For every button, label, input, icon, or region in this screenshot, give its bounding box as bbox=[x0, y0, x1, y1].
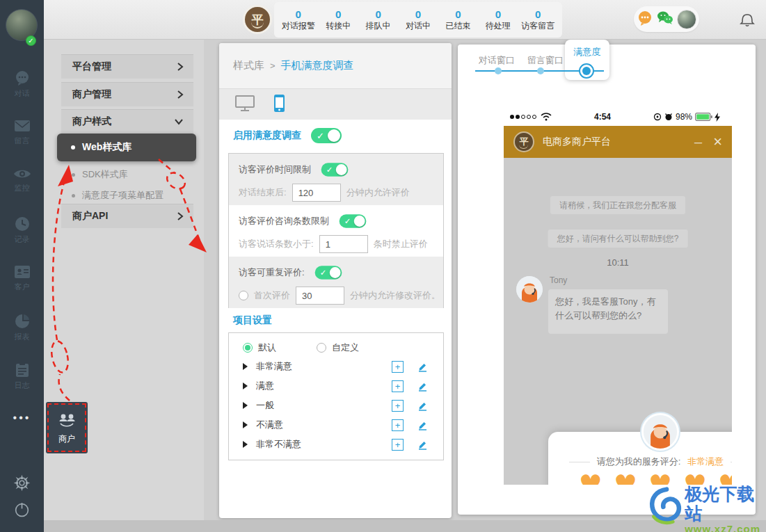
rating-hearts: ♥♥♥♥♥ bbox=[548, 464, 732, 485]
menu-merchant-management[interactable]: 商户管理 bbox=[61, 82, 193, 106]
agent-chat-avatar bbox=[516, 276, 543, 303]
menu-satisfaction-submenu-config[interactable]: 满意度子项菜单配置 bbox=[72, 188, 197, 203]
user-avatar[interactable] bbox=[677, 10, 696, 29]
edit-pencil-icon[interactable] bbox=[417, 401, 428, 411]
menu-sdk-style-library[interactable]: SDK样式库 bbox=[72, 167, 197, 182]
sidebar-item-messages[interactable]: 留言 bbox=[0, 118, 44, 154]
heart-icon[interactable]: ♥ bbox=[614, 469, 648, 485]
edit-pencil-icon[interactable] bbox=[417, 381, 428, 392]
wifi-icon bbox=[541, 113, 552, 121]
custom-radio[interactable] bbox=[317, 343, 326, 353]
sidebar-item-merchant[interactable]: 商户 bbox=[46, 402, 88, 453]
chevron-right-icon bbox=[177, 90, 184, 99]
menu-web-style-library-selected[interactable]: Web样式库 bbox=[57, 134, 196, 161]
menu-merchant-style[interactable]: 商户样式 bbox=[61, 109, 193, 134]
edit-pencil-icon[interactable] bbox=[417, 362, 428, 372]
project-row-neutral: 一般 + bbox=[229, 396, 443, 415]
expand-triangle-icon[interactable] bbox=[243, 382, 248, 389]
heart-icon[interactable]: ♥ bbox=[648, 469, 683, 485]
heart-icon[interactable]: ♥ bbox=[683, 469, 718, 485]
chevron-right-icon bbox=[177, 211, 184, 221]
sidebar-item-chat[interactable]: 对话 bbox=[0, 70, 44, 106]
tab-dialog-window[interactable]: 对话窗口 bbox=[479, 54, 515, 67]
add-subitem-button[interactable]: + bbox=[392, 361, 404, 373]
add-subitem-button[interactable]: + bbox=[392, 400, 404, 412]
phone-chat-title: 电商多商户平台 bbox=[543, 136, 694, 148]
online-status-badge: ✓ bbox=[26, 35, 36, 46]
time-limit-toggle[interactable]: ✓ bbox=[321, 163, 349, 176]
stat-in-dialog[interactable]: 0 对话中 bbox=[401, 8, 436, 31]
message-count-toggle[interactable]: ✓ bbox=[340, 214, 367, 227]
sidebar-item-reports[interactable]: 报表 bbox=[0, 313, 44, 349]
stat-queueing[interactable]: 0 排队中 bbox=[361, 8, 396, 31]
add-subitem-button[interactable]: + bbox=[392, 439, 404, 451]
menu-platform-management[interactable]: 平台管理 bbox=[61, 54, 193, 79]
repeat-rating-toggle[interactable]: ✓ bbox=[314, 266, 342, 279]
charging-bolt-icon bbox=[715, 113, 720, 122]
project-row-very-unsatisfied: 非常不满意 + bbox=[229, 435, 443, 454]
sidebar-item-monitor[interactable]: 监控 bbox=[0, 167, 44, 203]
heart-icon[interactable]: ♥ bbox=[718, 469, 732, 485]
mobile-device-icon[interactable] bbox=[273, 94, 285, 115]
close-icon[interactable]: × bbox=[713, 134, 722, 150]
sidebar-more-button[interactable]: ••• bbox=[0, 412, 44, 424]
time-limit-section: 访客评价时间限制 ✓ 对话结束后: 分钟内允许评价 bbox=[229, 154, 443, 205]
stepper-dot-message[interactable] bbox=[537, 67, 544, 74]
notification-bell-icon[interactable] bbox=[740, 11, 755, 31]
preview-panel: 对话窗口 留言窗口 满意度 4:54 98% 平 电商多商户平台 bbox=[458, 45, 756, 515]
breadcrumb-current: 手机满意度调查 bbox=[281, 59, 354, 72]
chat-timestamp: 10:11 bbox=[504, 257, 732, 268]
stepper-dot-dialog[interactable] bbox=[495, 67, 502, 74]
platform-logo: 平 bbox=[243, 5, 272, 34]
enable-satisfaction-toggle[interactable]: ✓ bbox=[311, 128, 342, 143]
tab-message-window[interactable]: 留言窗口 bbox=[527, 54, 564, 67]
desktop-device-icon[interactable] bbox=[234, 94, 255, 115]
logout-power-icon[interactable] bbox=[13, 501, 31, 521]
breadcrumb-style-library[interactable]: 样式库 bbox=[233, 59, 264, 72]
stat-dialog-alarm[interactable]: 0 对话报警 bbox=[281, 8, 316, 31]
stat-ended[interactable]: 0 已结束 bbox=[440, 8, 475, 31]
repeat-rating-input[interactable] bbox=[296, 287, 344, 305]
channel-icons-pill bbox=[634, 6, 699, 32]
wechat-channel-icon[interactable] bbox=[656, 10, 674, 29]
project-row-satisfied: 满意 + bbox=[229, 376, 443, 396]
chevron-right-icon bbox=[177, 62, 184, 72]
phone-status-bar: 4:54 98% bbox=[510, 108, 720, 125]
message-count-input[interactable] bbox=[319, 235, 368, 253]
alarm-icon bbox=[664, 113, 673, 121]
project-row-unsatisfied: 不满意 + bbox=[229, 415, 443, 435]
chat-channel-icon[interactable] bbox=[637, 10, 653, 29]
stepper-dot-satisfaction-active bbox=[579, 63, 594, 79]
watermark-url: www.xz7.com bbox=[685, 523, 766, 532]
default-radio[interactable] bbox=[243, 343, 253, 353]
stat-visitor-message[interactable]: 0 访客留言 bbox=[520, 8, 555, 31]
stat-pending[interactable]: 0 待处理 bbox=[481, 8, 516, 31]
time-limit-input[interactable] bbox=[292, 184, 341, 202]
edit-pencil-icon[interactable] bbox=[417, 420, 428, 430]
menu-merchant-api[interactable]: 商户API bbox=[61, 204, 193, 228]
project-settings-box: 默认 自定义 非常满意 + 满意 + 一般 + bbox=[228, 332, 444, 460]
sidebar-item-customers[interactable]: 客户 bbox=[0, 264, 44, 300]
app-window: 平 0 对话报警 0 转接中 0 排队中 0 对话中 0 已结束 0 待处理 0 bbox=[0, 0, 766, 532]
battery-icon bbox=[695, 113, 713, 121]
top-bar: 平 0 对话报警 0 转接中 0 排队中 0 对话中 0 已结束 0 待处理 0 bbox=[0, 0, 766, 40]
expand-triangle-icon[interactable] bbox=[243, 441, 248, 448]
edit-pencil-icon[interactable] bbox=[417, 440, 428, 450]
first-rating-radio[interactable] bbox=[239, 291, 248, 300]
sidebar-item-records[interactable]: 记录 bbox=[0, 216, 44, 252]
phone-time: 4:54 bbox=[552, 112, 653, 122]
expand-triangle-icon[interactable] bbox=[243, 363, 248, 370]
project-row-very-satisfied: 非常满意 + bbox=[229, 357, 443, 376]
enable-satisfaction-label: 启用满意度调查 bbox=[233, 129, 301, 142]
stat-transferring[interactable]: 0 转接中 bbox=[321, 8, 356, 31]
expand-triangle-icon[interactable] bbox=[243, 421, 248, 428]
expand-triangle-icon[interactable] bbox=[243, 402, 248, 409]
minimize-icon[interactable]: – bbox=[694, 135, 702, 149]
add-subitem-button[interactable]: + bbox=[392, 380, 404, 392]
sidebar-item-logs[interactable]: 日志 bbox=[0, 362, 44, 398]
heart-icon[interactable]: ♥ bbox=[579, 469, 614, 485]
stats-strip: 0 对话报警 0 转接中 0 排队中 0 对话中 0 已结束 0 待处理 0 访… bbox=[274, 2, 562, 38]
agent-message-bubble: 您好，我是客服Tony，有什么可以帮到您的么? bbox=[548, 289, 668, 334]
settings-gear-icon[interactable] bbox=[13, 474, 31, 494]
add-subitem-button[interactable]: + bbox=[392, 419, 404, 431]
